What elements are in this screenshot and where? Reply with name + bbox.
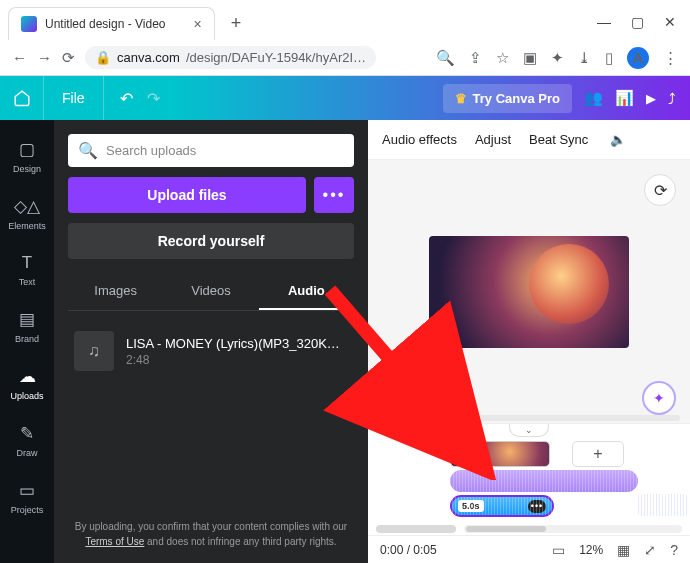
tab-audio[interactable]: Audio bbox=[259, 273, 354, 310]
moon-graphic bbox=[529, 244, 609, 324]
zoom-icon[interactable]: 🔍 bbox=[436, 49, 455, 67]
rail-draw[interactable]: ✎Draw bbox=[0, 414, 54, 467]
close-window-icon[interactable]: ✕ bbox=[664, 14, 676, 30]
audio-overflow-wave bbox=[638, 494, 688, 516]
url-field[interactable]: 🔒 canva.com /design/DAFuY-1594k/hyAr2I… bbox=[85, 46, 376, 69]
draw-icon: ✎ bbox=[20, 423, 34, 444]
share-icon-top[interactable]: ⤴ bbox=[668, 90, 676, 107]
browser-addressbar: ← → ⟳ 🔒 canva.com /design/DAFuY-1594k/hy… bbox=[0, 40, 690, 76]
adjust-button[interactable]: Adjust bbox=[475, 132, 511, 147]
crown-icon: ♛ bbox=[455, 91, 467, 106]
timeline-footer: 0:00 / 0:05 ▭ 12% ▦ ⤢ ? bbox=[368, 535, 690, 563]
close-tab-icon[interactable]: × bbox=[194, 16, 202, 32]
audio-clip-2-selected[interactable]: 5.0s ••• bbox=[450, 495, 554, 517]
help-icon[interactable]: ? bbox=[670, 542, 678, 558]
music-note-icon: ♫ bbox=[74, 331, 114, 371]
rail-elements[interactable]: ◇△Elements bbox=[0, 187, 54, 240]
lock-icon: 🔒 bbox=[95, 50, 111, 65]
kebab-menu-icon[interactable]: ⋮ bbox=[663, 49, 678, 67]
search-input[interactable] bbox=[106, 143, 344, 158]
star-icon[interactable]: ☆ bbox=[496, 49, 509, 67]
uploads-panel: 🔍 Upload files ••• Record yourself Image… bbox=[54, 120, 368, 563]
reload-icon[interactable]: ⟳ bbox=[62, 49, 75, 67]
terms-link[interactable]: Terms of Use bbox=[85, 536, 144, 547]
browser-titlebar: Untitled design - Video × + — ▢ ✕ bbox=[0, 0, 690, 40]
fullscreen-icon[interactable]: ⤢ bbox=[644, 542, 656, 558]
uploads-tabs: Images Videos Audio bbox=[68, 273, 354, 311]
redo-icon[interactable]: ↷ bbox=[147, 89, 160, 108]
video-clip-duration: 5.0s bbox=[454, 448, 480, 460]
stage-scrollbar[interactable] bbox=[378, 415, 680, 421]
timeline-scroll-left[interactable] bbox=[376, 525, 456, 533]
tab-favicon bbox=[21, 16, 37, 32]
profile-avatar[interactable]: A bbox=[627, 47, 649, 69]
tab-images[interactable]: Images bbox=[68, 273, 163, 310]
url-path: /design/DAFuY-1594k/hyAr2I… bbox=[186, 50, 366, 65]
minimize-icon[interactable]: — bbox=[597, 14, 611, 30]
new-tab-button[interactable]: + bbox=[225, 7, 248, 40]
speaker-icon[interactable]: 🔈 bbox=[610, 132, 626, 147]
rail-brand[interactable]: ▤Brand bbox=[0, 300, 54, 353]
timeline: ⌄ 5.0s + 5.0s ••• bbox=[368, 423, 690, 563]
audio-clip-1[interactable] bbox=[450, 470, 638, 492]
file-menu[interactable]: File bbox=[44, 76, 104, 120]
present-icon[interactable]: ▶ bbox=[646, 91, 656, 106]
magic-button[interactable]: ✦ bbox=[642, 381, 676, 415]
grid-view-icon[interactable]: ▦ bbox=[617, 542, 630, 558]
timeline-collapse-handle[interactable]: ⌄ bbox=[509, 423, 549, 437]
share-icon[interactable]: ⇪ bbox=[469, 49, 482, 67]
upload-more-button[interactable]: ••• bbox=[314, 177, 354, 213]
upload-disclaimer: By uploading, you confirm that your cont… bbox=[68, 519, 354, 549]
search-icon: 🔍 bbox=[78, 141, 98, 160]
upload-files-button[interactable]: Upload files bbox=[68, 177, 306, 213]
analytics-icon[interactable]: 📊 bbox=[615, 89, 634, 107]
video-preview[interactable] bbox=[429, 236, 629, 348]
forward-icon[interactable]: → bbox=[37, 49, 52, 66]
search-uploads[interactable]: 🔍 bbox=[68, 134, 354, 167]
tab-title: Untitled design - Video bbox=[45, 17, 166, 31]
audio-title: LISA - MONEY (Lyrics)(MP3_320K… bbox=[126, 336, 348, 351]
video-clip[interactable]: 5.0s bbox=[450, 441, 550, 467]
audio-effects-button[interactable]: Audio effects bbox=[382, 132, 457, 147]
refresh-button[interactable]: ⟳ bbox=[644, 174, 676, 206]
canva-topbar: File ↶ ↷ ♛ Try Canva Pro 👥 📊 ▶ ⤴ bbox=[0, 76, 690, 120]
cloud-upload-icon: ☁ bbox=[19, 366, 36, 387]
maximize-icon[interactable]: ▢ bbox=[631, 14, 644, 30]
window-controls: — ▢ ✕ bbox=[597, 14, 690, 40]
tab-videos[interactable]: Videos bbox=[163, 273, 258, 310]
reader-icon[interactable]: ▯ bbox=[605, 49, 613, 67]
template-icon: ▢ bbox=[19, 139, 35, 160]
text-icon: T bbox=[22, 253, 32, 273]
download-icon[interactable]: ⤓ bbox=[578, 49, 591, 67]
rail-text[interactable]: TText bbox=[0, 244, 54, 296]
collaborators-icon[interactable]: 👥 bbox=[584, 89, 603, 107]
canvas-toolbar: Audio effects Adjust Beat Sync 🔈 bbox=[368, 120, 690, 160]
home-button[interactable] bbox=[0, 76, 44, 120]
try-pro-button[interactable]: ♛ Try Canva Pro bbox=[443, 84, 572, 113]
undo-icon[interactable]: ↶ bbox=[120, 89, 133, 108]
rail-projects[interactable]: ▭Projects bbox=[0, 471, 54, 524]
browser-tab[interactable]: Untitled design - Video × bbox=[8, 7, 215, 40]
puzzle-icon[interactable]: ✦ bbox=[551, 49, 564, 67]
shapes-icon: ◇△ bbox=[14, 196, 40, 217]
add-page-button[interactable]: + bbox=[572, 441, 624, 467]
canvas-area: Audio effects Adjust Beat Sync 🔈 ⟳ ✦ ⌄ 5… bbox=[368, 120, 690, 563]
zoom-level[interactable]: 12% bbox=[579, 543, 603, 557]
pages-view-icon[interactable]: ▭ bbox=[552, 542, 565, 558]
url-host: canva.com bbox=[117, 50, 180, 65]
audio-list-item[interactable]: ♫ LISA - MONEY (Lyrics)(MP3_320K… 2:48 bbox=[68, 325, 354, 377]
record-yourself-button[interactable]: Record yourself bbox=[68, 223, 354, 259]
beat-sync-button[interactable]: Beat Sync bbox=[529, 132, 588, 147]
folder-icon: ▭ bbox=[19, 480, 35, 501]
timeline-scrollbar[interactable] bbox=[464, 525, 682, 533]
side-rail: ▢Design ◇△Elements TText ▤Brand ☁Uploads… bbox=[0, 120, 54, 563]
main-area: ▢Design ◇△Elements TText ▤Brand ☁Uploads… bbox=[0, 120, 690, 563]
rail-uploads[interactable]: ☁Uploads bbox=[0, 357, 54, 410]
brand-icon: ▤ bbox=[19, 309, 35, 330]
audio-duration: 2:48 bbox=[126, 353, 348, 367]
back-icon[interactable]: ← bbox=[12, 49, 27, 66]
rail-design[interactable]: ▢Design bbox=[0, 130, 54, 183]
canvas-stage[interactable]: ⟳ ✦ bbox=[368, 160, 690, 423]
extension-box-icon[interactable]: ▣ bbox=[523, 49, 537, 67]
time-display: 0:00 / 0:05 bbox=[380, 543, 437, 557]
